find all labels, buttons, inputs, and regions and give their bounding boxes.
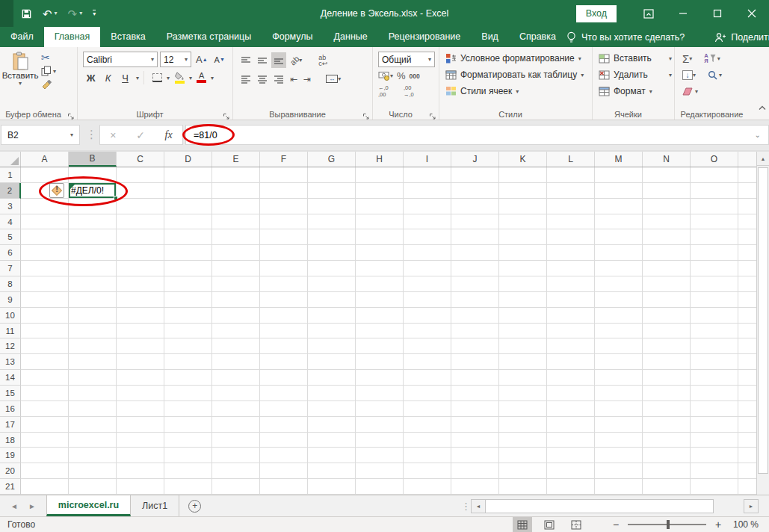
cell-I13[interactable] [404, 354, 451, 370]
cell-O17[interactable] [691, 417, 738, 433]
cell-G8[interactable] [308, 276, 356, 292]
cell-G20[interactable] [308, 463, 356, 479]
cell-C5[interactable] [117, 229, 164, 245]
cell-G4[interactable] [308, 214, 356, 230]
cell-H8[interactable] [356, 276, 404, 292]
cell-G6[interactable] [308, 245, 356, 261]
row-header-7[interactable]: 7 [0, 261, 21, 276]
cell-D18[interactable] [164, 433, 212, 448]
column-header-O[interactable]: O [691, 152, 738, 167]
undo-dropdown-icon[interactable]: ▾ [55, 10, 58, 16]
fill-color-dropdown-icon[interactable]: ▾ [189, 75, 192, 81]
cell-L19[interactable] [547, 448, 595, 463]
cell-D14[interactable] [164, 370, 212, 386]
cell-F2[interactable] [260, 183, 308, 199]
cell-A16[interactable] [21, 401, 69, 417]
cell-K21[interactable] [499, 479, 547, 495]
cell-A10[interactable] [21, 308, 69, 324]
cell-O20[interactable] [691, 463, 738, 479]
cell-E1[interactable] [212, 167, 260, 183]
cell-H9[interactable] [356, 292, 404, 308]
cell-K5[interactable] [499, 229, 547, 245]
cell-N19[interactable] [643, 448, 691, 463]
cell-A4[interactable] [21, 214, 69, 230]
cell-H5[interactable] [356, 229, 404, 245]
cell-M17[interactable] [595, 417, 643, 433]
tab-Данные[interactable]: Данные [324, 27, 378, 47]
cell-J11[interactable] [451, 324, 499, 339]
cell-L21[interactable] [547, 479, 595, 495]
cell-E8[interactable] [212, 276, 260, 292]
cell-L16[interactable] [547, 401, 595, 417]
cell-J20[interactable] [451, 463, 499, 479]
cell-D5[interactable] [164, 229, 212, 245]
cell-B11[interactable] [69, 324, 117, 339]
italic-button[interactable]: К [102, 72, 114, 84]
conditional-formatting-button[interactable]: Условное форматирование▾ [445, 50, 590, 66]
row-header-17[interactable]: 17 [0, 417, 21, 433]
cell-E20[interactable] [212, 463, 260, 479]
customize-qat-button[interactable]: ▾ [93, 10, 96, 17]
scroll-left-icon[interactable]: ◄ [471, 499, 486, 513]
cell-C19[interactable] [117, 448, 164, 463]
shrink-font-button[interactable]: А▼ [212, 52, 227, 67]
cell-H16[interactable] [356, 401, 404, 417]
cell-O7[interactable] [691, 261, 738, 276]
cell-D8[interactable] [164, 276, 212, 292]
cell-B7[interactable] [69, 261, 117, 276]
cell-B16[interactable] [69, 401, 117, 417]
cell-B5[interactable] [69, 229, 117, 245]
underline-dropdown-icon[interactable]: ▾ [136, 75, 139, 81]
align-left-button[interactable] [238, 71, 253, 87]
next-sheet-button[interactable]: ► [28, 502, 36, 510]
close-button[interactable] [735, 0, 769, 27]
cell-F6[interactable] [260, 245, 308, 261]
cell-A11[interactable] [21, 324, 69, 339]
cell-C20[interactable] [117, 463, 164, 479]
cell-O9[interactable] [691, 292, 738, 308]
cell-E3[interactable] [212, 199, 260, 214]
cell-G21[interactable] [308, 479, 356, 495]
cell-G13[interactable] [308, 354, 356, 370]
cell-C15[interactable] [117, 386, 164, 401]
cell-L9[interactable] [547, 292, 595, 308]
tab-Рецензирование[interactable]: Рецензирование [378, 27, 472, 47]
column-header-B[interactable]: B [69, 152, 117, 167]
cell-A18[interactable] [21, 433, 69, 448]
cell-O4[interactable] [691, 214, 738, 230]
cell-L20[interactable] [547, 463, 595, 479]
cell-N10[interactable] [643, 308, 691, 324]
accounting-format-button[interactable]: ▾ [378, 71, 393, 81]
cell-B6[interactable] [69, 245, 117, 261]
redo-button[interactable]: ↷▾ [68, 8, 83, 19]
row-header-21[interactable]: 21 [0, 479, 21, 495]
cell-B2[interactable]: #ДЕЛ/0! [69, 183, 117, 199]
horizontal-scrollbar-thumb[interactable] [486, 499, 714, 513]
cell-D9[interactable] [164, 292, 212, 308]
horizontal-scrollbar[interactable]: ◄ ► [471, 495, 759, 516]
cell-H18[interactable] [356, 433, 404, 448]
cell-H13[interactable] [356, 354, 404, 370]
cell-G10[interactable] [308, 308, 356, 324]
cell-F18[interactable] [260, 433, 308, 448]
cell-K10[interactable] [499, 308, 547, 324]
cell-D20[interactable] [164, 463, 212, 479]
cell-K4[interactable] [499, 214, 547, 230]
cell-A20[interactable] [21, 463, 69, 479]
cell-F21[interactable] [260, 479, 308, 495]
cell-E7[interactable] [212, 261, 260, 276]
dialog-launcher-font[interactable] [223, 110, 230, 117]
cell-I20[interactable] [404, 463, 451, 479]
cell-A3[interactable] [21, 199, 69, 214]
cell-M21[interactable] [595, 479, 643, 495]
zoom-in-button[interactable]: + [714, 519, 723, 531]
cell-A6[interactable] [21, 245, 69, 261]
cell-L14[interactable] [547, 370, 595, 386]
column-header-L[interactable]: L [547, 152, 595, 167]
comma-style-button[interactable]: 000 [410, 72, 420, 80]
cell-N2[interactable] [643, 183, 691, 199]
cell-D6[interactable] [164, 245, 212, 261]
increase-decimal-button[interactable]: ←,0 ,00 [378, 84, 398, 98]
cell-I6[interactable] [404, 245, 451, 261]
cell-E4[interactable] [212, 214, 260, 230]
